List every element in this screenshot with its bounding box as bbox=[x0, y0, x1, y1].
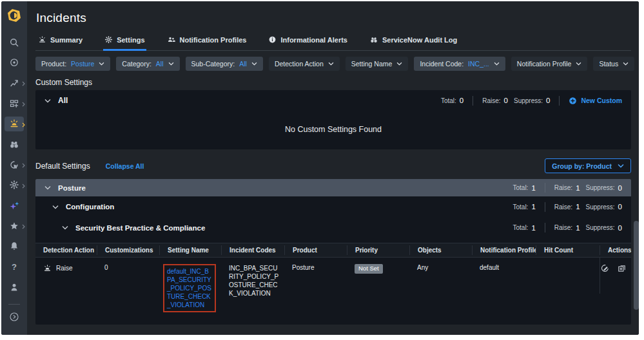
priority-badge: Not Set bbox=[355, 264, 383, 274]
tab-servicenow-audit-log[interactable]: ServiceNow Audit Log bbox=[368, 32, 458, 51]
prisma-cloud-logo[interactable] bbox=[6, 8, 22, 23]
column-header-setting-name[interactable]: Setting Name bbox=[159, 245, 221, 255]
column-header-hit-count[interactable]: Hit Count bbox=[536, 245, 600, 255]
setting-name-link[interactable]: default_INC_BPA_SECURITY_POLICY_POSTURE_… bbox=[167, 267, 212, 309]
filter-label: Status bbox=[599, 60, 618, 68]
pointer-circle-icon bbox=[9, 160, 19, 170]
sidebar-item-copilot[interactable] bbox=[5, 198, 24, 213]
security-bp-stats: Total: 1 Raise: 1 Suppress: 0 bbox=[512, 223, 622, 232]
sidebar-item-settings[interactable] bbox=[5, 178, 24, 193]
tab-label: ServiceNow Audit Log bbox=[382, 36, 457, 44]
column-header-customizations[interactable]: Customizations bbox=[97, 245, 159, 255]
prisma-cloud-logo-icon bbox=[6, 8, 22, 23]
edit-icon[interactable] bbox=[600, 263, 610, 273]
default-settings-header-row: Default Settings Collapse All Group by: … bbox=[35, 158, 631, 173]
custom-settings-panel: All Total: 0 Raise: 0 Suppress: 0 bbox=[35, 90, 631, 149]
chevron-down-icon[interactable] bbox=[52, 205, 59, 209]
raise-label: Raise: bbox=[554, 203, 572, 211]
suppress-value: 0 bbox=[618, 224, 622, 232]
filter-value: All bbox=[156, 60, 164, 68]
sidebar-item-audit[interactable] bbox=[5, 137, 24, 152]
raise-value: 1 bbox=[576, 184, 580, 192]
filter-incident-code[interactable]: Incident Code: INC_... bbox=[414, 57, 505, 71]
info-icon bbox=[268, 35, 277, 44]
stats-divider bbox=[559, 96, 560, 106]
default-settings-heading: Default Settings bbox=[35, 162, 90, 171]
group-header-configuration[interactable]: Configuration Total: 1 Raise: 1 Suppress… bbox=[35, 196, 631, 217]
sidebar-item-help[interactable]: ? bbox=[5, 259, 24, 274]
total-value: 1 bbox=[531, 184, 535, 192]
vertical-scrollbar-thumb[interactable] bbox=[634, 221, 639, 310]
sidebar-collapse-toggle[interactable] bbox=[5, 309, 24, 325]
sidebar-item-profile[interactable] bbox=[5, 279, 24, 295]
chevron-right-icon bbox=[22, 122, 25, 128]
default-settings-panel: Posture Total: 1 Raise: 1 Suppress: 0 Co… bbox=[35, 179, 631, 325]
column-header-priority[interactable]: Priority bbox=[347, 245, 409, 255]
filter-notification-profile[interactable]: Notification Profile bbox=[511, 57, 588, 71]
tab-bar: Summary Settings bbox=[35, 32, 631, 51]
tab-notification-profiles[interactable]: Notification Profiles bbox=[166, 32, 248, 51]
filter-product[interactable]: Product: Posture bbox=[35, 57, 110, 71]
raise-label: Raise: bbox=[482, 97, 500, 104]
sidebar-divider bbox=[8, 304, 20, 305]
chevron-right-icon bbox=[22, 163, 25, 168]
plus-circle-icon bbox=[569, 97, 577, 105]
tab-label: Summary bbox=[50, 36, 83, 44]
filter-sub-category[interactable]: Sub-Category: All bbox=[186, 57, 263, 71]
group-by-button[interactable]: Group by: Product bbox=[545, 158, 631, 173]
group-header-security-best-practice[interactable]: Security Best Practice & Compliance Tota… bbox=[35, 217, 631, 238]
circled-chevron-right-icon bbox=[9, 312, 19, 322]
group-name: Security Best Practice & Compliance bbox=[75, 224, 205, 232]
sidebar-item-notifications[interactable] bbox=[5, 239, 24, 254]
stats-divider bbox=[473, 96, 473, 106]
help-icon: ? bbox=[12, 262, 17, 272]
binoculars-icon bbox=[9, 139, 19, 149]
new-custom-button[interactable]: New Custom bbox=[569, 97, 622, 105]
column-header-objects[interactable]: Objects bbox=[409, 245, 472, 255]
chevron-down-icon[interactable] bbox=[44, 99, 51, 103]
sidebar-item-policies[interactable] bbox=[5, 96, 24, 111]
chevron-down-icon[interactable] bbox=[62, 225, 68, 230]
sidebar-item-action-center[interactable] bbox=[5, 157, 24, 173]
suppress-value: 0 bbox=[618, 184, 622, 192]
tab-settings[interactable]: Settings bbox=[103, 32, 146, 51]
group-header-posture[interactable]: Posture Total: 1 Raise: 1 Suppress: 0 bbox=[35, 179, 631, 196]
column-header-product[interactable]: Product bbox=[284, 245, 347, 255]
filter-category[interactable]: Category: All bbox=[116, 57, 179, 71]
siren-icon bbox=[38, 35, 46, 44]
tab-informational-alerts[interactable]: Informational Alerts bbox=[267, 32, 349, 51]
collapse-all-link[interactable]: Collapse All bbox=[106, 162, 144, 170]
cell-detection-action: Raise bbox=[35, 258, 97, 272]
chevron-down-icon bbox=[328, 62, 334, 66]
raise-label: Raise: bbox=[554, 224, 572, 231]
filter-setting-name[interactable]: Setting Name bbox=[346, 57, 409, 71]
chevron-down-icon[interactable] bbox=[44, 185, 51, 190]
tab-summary[interactable]: Summary bbox=[37, 32, 84, 51]
siren-icon bbox=[43, 264, 52, 272]
stats-divider bbox=[545, 183, 545, 193]
raise-label: Raise: bbox=[554, 184, 572, 191]
people-icon bbox=[167, 35, 176, 44]
sidebar-item-investigate[interactable] bbox=[5, 75, 24, 91]
clone-icon[interactable] bbox=[617, 263, 627, 273]
sidebar-item-overview[interactable] bbox=[5, 55, 24, 71]
custom-settings-group-header[interactable]: All Total: 0 Raise: 0 Suppress: 0 bbox=[35, 90, 631, 111]
tab-label: Informational Alerts bbox=[280, 36, 347, 44]
new-custom-label: New Custom bbox=[581, 97, 622, 104]
sidebar-item-search[interactable] bbox=[5, 35, 24, 50]
cell-hit-count bbox=[536, 258, 600, 264]
column-header-notification-profile[interactable]: Notification Profile bbox=[472, 245, 536, 255]
sidebar-item-favorites[interactable] bbox=[5, 218, 24, 234]
filter-status[interactable]: Status bbox=[593, 57, 634, 71]
column-header-incident-codes[interactable]: Incident Codes bbox=[221, 245, 284, 255]
table-row: Raise 0 default_INC_BPA_SECURITY_POLICY_… bbox=[35, 258, 631, 312]
gear-icon bbox=[104, 35, 113, 44]
column-header-detection-action[interactable]: Detection Action bbox=[35, 245, 97, 255]
search-icon bbox=[9, 37, 19, 48]
stats-divider bbox=[545, 223, 545, 232]
annotation-red-box: default_INC_BPA_SECURITY_POLICY_POSTURE_… bbox=[163, 264, 216, 312]
target-icon bbox=[9, 57, 19, 68]
suppress-label: Suppress: bbox=[586, 224, 615, 231]
filter-detection-action[interactable]: Detection Action bbox=[269, 57, 340, 71]
sidebar-item-alerts-active[interactable] bbox=[5, 117, 24, 132]
